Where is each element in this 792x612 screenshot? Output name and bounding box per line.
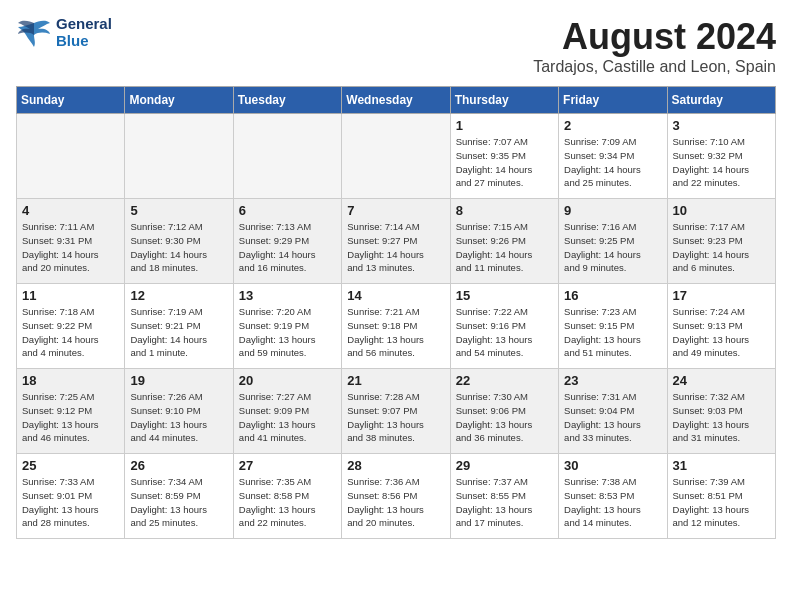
calendar-cell: 23Sunrise: 7:31 AM Sunset: 9:04 PM Dayli… — [559, 369, 667, 454]
day-number: 7 — [347, 203, 444, 218]
calendar-week-row: 11Sunrise: 7:18 AM Sunset: 9:22 PM Dayli… — [17, 284, 776, 369]
day-info: Sunrise: 7:30 AM Sunset: 9:06 PM Dayligh… — [456, 390, 553, 445]
day-info: Sunrise: 7:15 AM Sunset: 9:26 PM Dayligh… — [456, 220, 553, 275]
calendar-week-row: 18Sunrise: 7:25 AM Sunset: 9:12 PM Dayli… — [17, 369, 776, 454]
calendar-cell: 12Sunrise: 7:19 AM Sunset: 9:21 PM Dayli… — [125, 284, 233, 369]
weekday-header: Tuesday — [233, 87, 341, 114]
day-info: Sunrise: 7:21 AM Sunset: 9:18 PM Dayligh… — [347, 305, 444, 360]
calendar-cell: 2Sunrise: 7:09 AM Sunset: 9:34 PM Daylig… — [559, 114, 667, 199]
day-number: 4 — [22, 203, 119, 218]
day-info: Sunrise: 7:16 AM Sunset: 9:25 PM Dayligh… — [564, 220, 661, 275]
day-info: Sunrise: 7:17 AM Sunset: 9:23 PM Dayligh… — [673, 220, 770, 275]
calendar-cell: 7Sunrise: 7:14 AM Sunset: 9:27 PM Daylig… — [342, 199, 450, 284]
day-info: Sunrise: 7:27 AM Sunset: 9:09 PM Dayligh… — [239, 390, 336, 445]
day-number: 12 — [130, 288, 227, 303]
day-info: Sunrise: 7:12 AM Sunset: 9:30 PM Dayligh… — [130, 220, 227, 275]
weekday-header: Sunday — [17, 87, 125, 114]
day-info: Sunrise: 7:36 AM Sunset: 8:56 PM Dayligh… — [347, 475, 444, 530]
weekday-header: Monday — [125, 87, 233, 114]
day-info: Sunrise: 7:37 AM Sunset: 8:55 PM Dayligh… — [456, 475, 553, 530]
calendar-cell: 9Sunrise: 7:16 AM Sunset: 9:25 PM Daylig… — [559, 199, 667, 284]
weekday-header: Friday — [559, 87, 667, 114]
calendar-cell: 14Sunrise: 7:21 AM Sunset: 9:18 PM Dayli… — [342, 284, 450, 369]
day-info: Sunrise: 7:11 AM Sunset: 9:31 PM Dayligh… — [22, 220, 119, 275]
day-info: Sunrise: 7:34 AM Sunset: 8:59 PM Dayligh… — [130, 475, 227, 530]
day-info: Sunrise: 7:18 AM Sunset: 9:22 PM Dayligh… — [22, 305, 119, 360]
calendar-cell: 22Sunrise: 7:30 AM Sunset: 9:06 PM Dayli… — [450, 369, 558, 454]
location-title: Tardajos, Castille and Leon, Spain — [533, 58, 776, 76]
day-number: 23 — [564, 373, 661, 388]
day-number: 24 — [673, 373, 770, 388]
day-number: 6 — [239, 203, 336, 218]
day-info: Sunrise: 7:31 AM Sunset: 9:04 PM Dayligh… — [564, 390, 661, 445]
day-number: 18 — [22, 373, 119, 388]
day-number: 31 — [673, 458, 770, 473]
day-number: 11 — [22, 288, 119, 303]
day-info: Sunrise: 7:09 AM Sunset: 9:34 PM Dayligh… — [564, 135, 661, 190]
calendar-cell: 30Sunrise: 7:38 AM Sunset: 8:53 PM Dayli… — [559, 454, 667, 539]
day-info: Sunrise: 7:07 AM Sunset: 9:35 PM Dayligh… — [456, 135, 553, 190]
day-number: 27 — [239, 458, 336, 473]
calendar-cell: 21Sunrise: 7:28 AM Sunset: 9:07 PM Dayli… — [342, 369, 450, 454]
day-number: 29 — [456, 458, 553, 473]
day-info: Sunrise: 7:10 AM Sunset: 9:32 PM Dayligh… — [673, 135, 770, 190]
day-info: Sunrise: 7:33 AM Sunset: 9:01 PM Dayligh… — [22, 475, 119, 530]
calendar-week-row: 1Sunrise: 7:07 AM Sunset: 9:35 PM Daylig… — [17, 114, 776, 199]
day-number: 22 — [456, 373, 553, 388]
calendar-cell: 10Sunrise: 7:17 AM Sunset: 9:23 PM Dayli… — [667, 199, 775, 284]
day-number: 8 — [456, 203, 553, 218]
day-info: Sunrise: 7:38 AM Sunset: 8:53 PM Dayligh… — [564, 475, 661, 530]
day-info: Sunrise: 7:23 AM Sunset: 9:15 PM Dayligh… — [564, 305, 661, 360]
month-title: August 2024 — [533, 16, 776, 58]
calendar-cell: 8Sunrise: 7:15 AM Sunset: 9:26 PM Daylig… — [450, 199, 558, 284]
day-number: 26 — [130, 458, 227, 473]
calendar-cell: 31Sunrise: 7:39 AM Sunset: 8:51 PM Dayli… — [667, 454, 775, 539]
day-number: 10 — [673, 203, 770, 218]
day-info: Sunrise: 7:32 AM Sunset: 9:03 PM Dayligh… — [673, 390, 770, 445]
calendar-table: SundayMondayTuesdayWednesdayThursdayFrid… — [16, 86, 776, 539]
calendar-cell: 26Sunrise: 7:34 AM Sunset: 8:59 PM Dayli… — [125, 454, 233, 539]
calendar-cell — [342, 114, 450, 199]
day-number: 5 — [130, 203, 227, 218]
weekday-header: Wednesday — [342, 87, 450, 114]
calendar-header-row: SundayMondayTuesdayWednesdayThursdayFrid… — [17, 87, 776, 114]
calendar-cell — [233, 114, 341, 199]
calendar-cell: 20Sunrise: 7:27 AM Sunset: 9:09 PM Dayli… — [233, 369, 341, 454]
calendar-cell: 13Sunrise: 7:20 AM Sunset: 9:19 PM Dayli… — [233, 284, 341, 369]
day-info: Sunrise: 7:24 AM Sunset: 9:13 PM Dayligh… — [673, 305, 770, 360]
title-block: August 2024 Tardajos, Castille and Leon,… — [533, 16, 776, 76]
day-number: 2 — [564, 118, 661, 133]
day-info: Sunrise: 7:39 AM Sunset: 8:51 PM Dayligh… — [673, 475, 770, 530]
calendar-cell: 3Sunrise: 7:10 AM Sunset: 9:32 PM Daylig… — [667, 114, 775, 199]
day-info: Sunrise: 7:13 AM Sunset: 9:29 PM Dayligh… — [239, 220, 336, 275]
calendar-week-row: 25Sunrise: 7:33 AM Sunset: 9:01 PM Dayli… — [17, 454, 776, 539]
day-number: 17 — [673, 288, 770, 303]
calendar-cell: 17Sunrise: 7:24 AM Sunset: 9:13 PM Dayli… — [667, 284, 775, 369]
calendar-cell: 24Sunrise: 7:32 AM Sunset: 9:03 PM Dayli… — [667, 369, 775, 454]
calendar-cell: 4Sunrise: 7:11 AM Sunset: 9:31 PM Daylig… — [17, 199, 125, 284]
day-number: 28 — [347, 458, 444, 473]
calendar-cell: 19Sunrise: 7:26 AM Sunset: 9:10 PM Dayli… — [125, 369, 233, 454]
calendar-cell: 29Sunrise: 7:37 AM Sunset: 8:55 PM Dayli… — [450, 454, 558, 539]
day-number: 9 — [564, 203, 661, 218]
day-info: Sunrise: 7:26 AM Sunset: 9:10 PM Dayligh… — [130, 390, 227, 445]
day-info: Sunrise: 7:28 AM Sunset: 9:07 PM Dayligh… — [347, 390, 444, 445]
calendar-cell: 16Sunrise: 7:23 AM Sunset: 9:15 PM Dayli… — [559, 284, 667, 369]
calendar-week-row: 4Sunrise: 7:11 AM Sunset: 9:31 PM Daylig… — [17, 199, 776, 284]
day-number: 19 — [130, 373, 227, 388]
calendar-cell: 11Sunrise: 7:18 AM Sunset: 9:22 PM Dayli… — [17, 284, 125, 369]
logo-text: General Blue — [56, 16, 112, 49]
day-number: 3 — [673, 118, 770, 133]
calendar-cell: 28Sunrise: 7:36 AM Sunset: 8:56 PM Dayli… — [342, 454, 450, 539]
day-number: 16 — [564, 288, 661, 303]
calendar-cell: 18Sunrise: 7:25 AM Sunset: 9:12 PM Dayli… — [17, 369, 125, 454]
calendar-cell: 15Sunrise: 7:22 AM Sunset: 9:16 PM Dayli… — [450, 284, 558, 369]
day-info: Sunrise: 7:14 AM Sunset: 9:27 PM Dayligh… — [347, 220, 444, 275]
calendar-cell — [17, 114, 125, 199]
calendar-cell: 27Sunrise: 7:35 AM Sunset: 8:58 PM Dayli… — [233, 454, 341, 539]
day-number: 21 — [347, 373, 444, 388]
day-number: 14 — [347, 288, 444, 303]
weekday-header: Saturday — [667, 87, 775, 114]
page-header: General Blue August 2024 Tardajos, Casti… — [16, 16, 776, 76]
calendar-cell: 1Sunrise: 7:07 AM Sunset: 9:35 PM Daylig… — [450, 114, 558, 199]
